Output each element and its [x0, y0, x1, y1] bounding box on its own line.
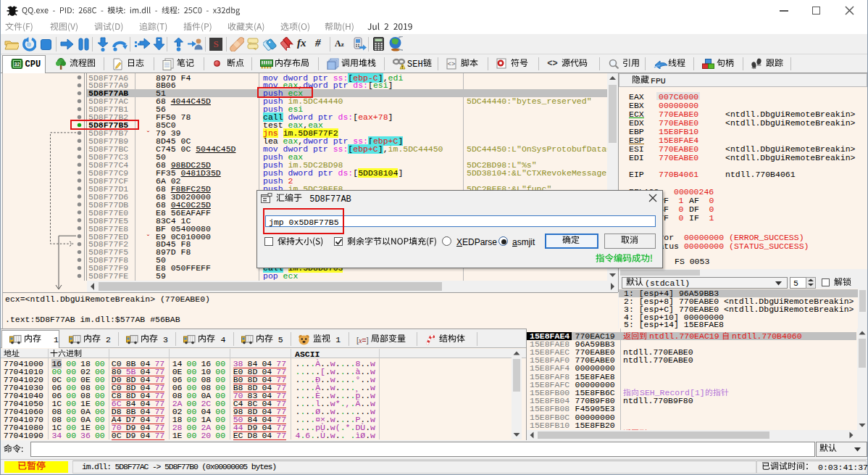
svg-text:<>: <>	[447, 61, 455, 68]
svg-text:32: 32	[14, 62, 20, 67]
